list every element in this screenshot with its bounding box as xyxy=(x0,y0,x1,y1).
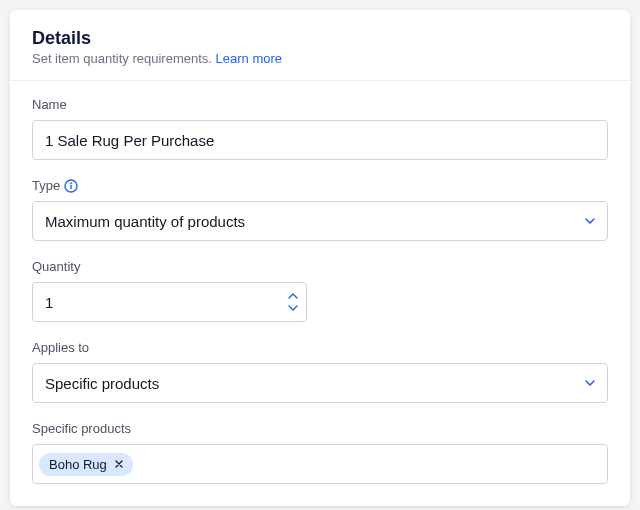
applies-to-select-wrap: Specific products xyxy=(32,363,608,403)
chevron-up-icon xyxy=(288,293,298,299)
card-header: Details Set item quantity requirements. … xyxy=(10,10,630,81)
type-select-wrap: Maximum quantity of products xyxy=(32,201,608,241)
specific-products-input[interactable]: Boho Rug xyxy=(32,444,608,484)
svg-rect-2 xyxy=(70,184,71,188)
type-label-row: Type xyxy=(32,178,608,193)
type-select[interactable]: Maximum quantity of products xyxy=(32,201,608,241)
applies-to-label: Applies to xyxy=(32,340,608,355)
applies-to-field: Applies to Specific products xyxy=(32,340,608,403)
stepper-down-button[interactable] xyxy=(285,302,301,314)
card-body: Name Type Maximum quantity of products xyxy=(10,81,630,506)
type-field: Type Maximum quantity of products xyxy=(32,178,608,241)
specific-products-field: Specific products Boho Rug xyxy=(32,421,608,484)
subtitle-text: Set item quantity requirements. xyxy=(32,51,212,66)
card-title: Details xyxy=(32,28,608,49)
stepper-up-button[interactable] xyxy=(285,290,301,302)
tag-remove-button[interactable] xyxy=(113,460,125,468)
svg-point-1 xyxy=(70,182,72,184)
stepper-controls xyxy=(285,290,301,314)
applies-to-select[interactable]: Specific products xyxy=(32,363,608,403)
name-input[interactable] xyxy=(32,120,608,160)
name-field: Name xyxy=(32,97,608,160)
quantity-input[interactable] xyxy=(32,282,307,322)
product-tag: Boho Rug xyxy=(39,453,133,476)
type-label: Type xyxy=(32,178,60,193)
info-icon[interactable] xyxy=(64,179,78,193)
chevron-down-icon xyxy=(288,305,298,311)
card-subtitle: Set item quantity requirements. Learn mo… xyxy=(32,51,608,66)
name-label: Name xyxy=(32,97,608,112)
product-tag-label: Boho Rug xyxy=(49,457,107,472)
details-card: Details Set item quantity requirements. … xyxy=(10,10,630,506)
close-icon xyxy=(115,460,123,468)
learn-more-link[interactable]: Learn more xyxy=(216,51,282,66)
specific-products-label: Specific products xyxy=(32,421,608,436)
quantity-label: Quantity xyxy=(32,259,608,274)
quantity-field: Quantity xyxy=(32,259,608,322)
quantity-stepper-wrap xyxy=(32,282,307,322)
